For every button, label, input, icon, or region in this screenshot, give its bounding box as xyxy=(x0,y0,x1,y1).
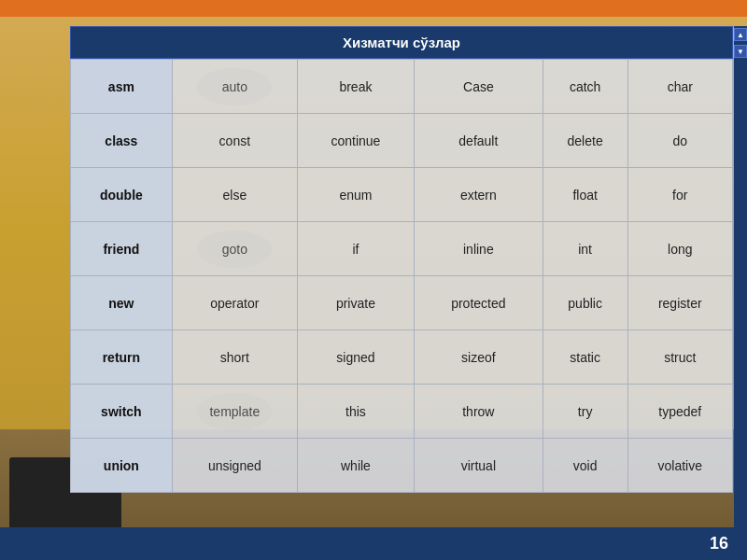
table-cell: delete xyxy=(543,114,627,168)
page-number: 16 xyxy=(710,534,728,553)
table-cell: union xyxy=(71,439,173,493)
table-cell: template xyxy=(172,385,297,439)
scroll-up-arrow[interactable]: ▲ xyxy=(734,28,747,41)
table-cell: struct xyxy=(627,330,732,385)
table-cell: char xyxy=(627,60,732,114)
table-cell: volative xyxy=(627,439,732,493)
table-cell: break xyxy=(297,60,414,114)
table-cell: signed xyxy=(297,330,414,385)
table-cell: extern xyxy=(415,168,543,222)
table-cell: if xyxy=(297,222,414,276)
table-cell: auto xyxy=(172,60,297,114)
table-cell: while xyxy=(297,439,414,493)
table-cell: try xyxy=(543,385,627,439)
table-cell: inline xyxy=(415,222,543,276)
table-cell: static xyxy=(543,330,627,385)
table-cell: do xyxy=(627,114,732,168)
table-cell: asm xyxy=(71,60,173,114)
table-cell: private xyxy=(297,276,414,330)
table-cell: short xyxy=(172,330,297,385)
table-cell: else xyxy=(172,168,297,222)
table-cell: throw xyxy=(415,385,543,439)
table-cell: typedef xyxy=(627,385,732,439)
table-cell: protected xyxy=(415,276,543,330)
table-cell: friend xyxy=(71,222,173,276)
table-cell: catch xyxy=(543,60,627,114)
table-cell: for xyxy=(627,168,732,222)
table-cell: int xyxy=(543,222,627,276)
table-cell: double xyxy=(71,168,173,222)
table-cell: sizeof xyxy=(415,330,543,385)
table-cell: public xyxy=(543,276,627,330)
bottom-bar: 16 xyxy=(0,527,747,560)
table-cell: virtual xyxy=(415,439,543,493)
table-row: asmautobreakCasecatchchar xyxy=(71,60,733,114)
table-row: classconstcontinuedefaultdeletedo xyxy=(71,114,733,168)
table-cell: operator xyxy=(172,276,297,330)
table-cell: unsigned xyxy=(172,439,297,493)
scroll-arrows: ▲ ▼ xyxy=(734,26,747,527)
table-row: switchtemplatethisthrowtrytypedef xyxy=(71,385,733,439)
table-cell: Case xyxy=(415,60,543,114)
table-row: newoperatorprivateprotectedpublicregiste… xyxy=(71,276,733,330)
table-row: friendgotoifinlineintlong xyxy=(71,222,733,276)
table-cell: this xyxy=(297,385,414,439)
table-cell: const xyxy=(172,114,297,168)
table-cell: enum xyxy=(297,168,414,222)
table-cell: default xyxy=(415,114,543,168)
table-cell: goto xyxy=(172,222,297,276)
table-row: returnshortsignedsizeofstaticstruct xyxy=(71,330,733,385)
table-cell: continue xyxy=(297,114,414,168)
table-header: Хизматчи сўзлар xyxy=(70,26,733,59)
scroll-down-arrow[interactable]: ▼ xyxy=(734,45,747,58)
table-cell: long xyxy=(627,222,732,276)
table-cell: class xyxy=(71,114,173,168)
keywords-table: asmautobreakCasecatchcharclassconstconti… xyxy=(70,59,733,493)
table-cell: void xyxy=(543,439,627,493)
table-container: Хизматчи сўзлар asmautobreakCasecatchcha… xyxy=(70,26,733,493)
table-row: unionunsignedwhilevirtualvoidvolative xyxy=(71,439,733,493)
top-bar xyxy=(0,0,747,17)
table-cell: register xyxy=(627,276,732,330)
table-cell: return xyxy=(71,330,173,385)
table-row: doubleelseenumexternfloatfor xyxy=(71,168,733,222)
table-cell: switch xyxy=(71,385,173,439)
table-cell: new xyxy=(71,276,173,330)
table-cell: float xyxy=(543,168,627,222)
